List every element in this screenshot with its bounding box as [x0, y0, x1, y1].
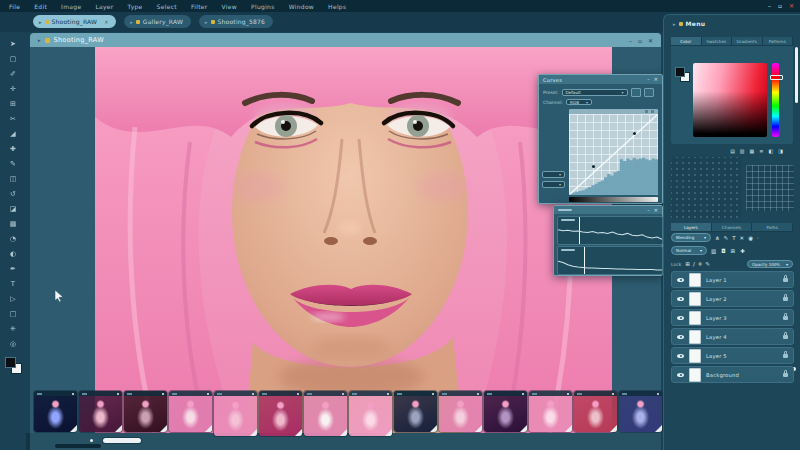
tab-shooting_5876[interactable]: ▸Shooting_5876 [199, 15, 273, 28]
close-icon[interactable]: ✕ [104, 19, 108, 25]
zoom-tool[interactable]: ◎ [0, 336, 26, 351]
history-brush-tool[interactable]: ↺ [0, 186, 26, 201]
visibility-eye-icon[interactable] [677, 335, 684, 339]
visibility-eye-icon[interactable] [677, 278, 684, 282]
lock-icon[interactable] [783, 335, 788, 339]
visibility-eye-icon[interactable] [677, 373, 684, 377]
tab-shooting_raw[interactable]: ▸Shooting_RAW✕ [33, 15, 116, 28]
color-swatches[interactable] [5, 357, 21, 373]
dodge-tool[interactable]: ◐ [0, 246, 26, 261]
preset-dropdown[interactable]: Default▾ [562, 89, 628, 96]
filmstrip-thumbnail[interactable] [169, 391, 212, 432]
filter-icon-5[interactable]: · [757, 235, 759, 241]
lock-icon[interactable] [783, 297, 788, 301]
filter-icon-1[interactable]: ✎ [724, 235, 729, 241]
menu-item-window[interactable]: Window [289, 3, 314, 10]
filmstrip-thumbnail[interactable] [259, 391, 302, 436]
menu-item-filter[interactable]: Filter [191, 3, 208, 10]
lock-icon-2[interactable]: ✛ [698, 261, 703, 267]
filmstrip-thumbnail[interactable] [574, 391, 617, 432]
foreground-color-swatch[interactable] [675, 67, 685, 77]
close-icon[interactable]: ✕ [654, 77, 658, 82]
marquee-tool[interactable]: ▢ [0, 51, 26, 66]
minimize-icon[interactable]: – [647, 208, 650, 213]
layer-kind-dropdown[interactable]: Blending▾ [671, 233, 711, 242]
type-tool[interactable]: T [0, 276, 26, 291]
filmstrip-thumbnail[interactable] [484, 391, 527, 432]
close-icon[interactable]: ✕ [648, 37, 653, 44]
menu-item-view[interactable]: View [222, 3, 237, 10]
color-tab-swatches[interactable]: Swatches [702, 37, 733, 45]
panel-tab-channels[interactable]: Channels [712, 223, 753, 231]
menu-item-layer[interactable]: Layer [95, 3, 113, 10]
filter-icon-3[interactable]: ✕ [740, 235, 745, 241]
blur-tool[interactable]: ◔ [0, 231, 26, 246]
lock-icon[interactable] [783, 278, 788, 282]
filter-icon-0[interactable]: ⋔ [715, 235, 720, 241]
filmstrip-thumbnail[interactable] [619, 391, 662, 432]
preset-save-button[interactable] [631, 88, 641, 97]
curves-graph[interactable] [569, 109, 658, 195]
filmstrip-thumbnail[interactable] [124, 391, 167, 432]
grid-panel-small[interactable] [746, 165, 794, 211]
hue-slider-handle[interactable] [770, 75, 783, 80]
eyedropper-tool[interactable]: ◢ [0, 126, 26, 141]
menu-item-image[interactable]: Image [61, 3, 81, 10]
maximize-icon[interactable]: ▫ [638, 37, 642, 44]
menu-item-type[interactable]: Type [128, 3, 143, 10]
panel-tab-paths[interactable]: Paths [752, 223, 793, 231]
filmstrip-thumbnail[interactable] [394, 391, 437, 432]
lasso-tool[interactable]: ✐ [0, 66, 26, 81]
wand-tool[interactable]: ✛ [0, 81, 26, 96]
hand-tool[interactable]: ✳ [0, 321, 26, 336]
color-tab-patterns[interactable]: Patterns [763, 37, 794, 45]
layer-row-layer-1[interactable]: Layer 1 [671, 271, 794, 288]
maximize-icon[interactable]: ▫ [778, 3, 782, 9]
foreground-color-swatch[interactable] [5, 357, 16, 368]
menu-item-helps[interactable]: Helps [328, 3, 346, 10]
properties-titlebar[interactable]: – ✕ [554, 206, 662, 214]
grid-panel-large[interactable] [671, 157, 741, 219]
curves-titlebar[interactable]: Curves – ✕ [539, 75, 662, 84]
layer-row-background[interactable]: Background [671, 366, 794, 383]
filmstrip-thumbnail[interactable] [304, 391, 347, 436]
eraser-tool[interactable]: ◪ [0, 201, 26, 216]
visibility-eye-icon[interactable] [677, 297, 684, 301]
curve-control-point[interactable] [592, 165, 595, 168]
blend-icon-3[interactable]: ✚ [740, 248, 745, 254]
blend-mode-dropdown[interactable]: Normal▾ [671, 246, 707, 255]
lock-icon[interactable] [783, 316, 788, 320]
healing-tool[interactable]: ✚ [0, 141, 26, 156]
brush-tool[interactable]: ✎ [0, 156, 26, 171]
panel-icon-5[interactable]: ◨ [778, 148, 783, 154]
color-tab-color[interactable]: Color [671, 37, 702, 45]
close-icon[interactable]: ✕ [789, 3, 794, 9]
opacity-dropdown[interactable]: Opacity 100%▾ [747, 260, 793, 268]
filmstrip-thumbnail[interactable] [529, 391, 572, 432]
panel-icon-3[interactable]: ≡ [759, 148, 763, 154]
color-tab-gradients[interactable]: Gradients [732, 37, 763, 45]
filmstrip-thumbnail[interactable] [79, 391, 122, 432]
visibility-eye-icon[interactable] [677, 354, 684, 358]
minimize-icon[interactable]: – [629, 37, 632, 44]
layer-row-layer-3[interactable]: Layer 3 [671, 309, 794, 326]
layer-row-layer-5[interactable]: Layer 5 [671, 347, 794, 364]
scrollbar-thumb[interactable] [103, 438, 141, 443]
lock-icon-0[interactable]: ⊞ [685, 261, 690, 267]
filmstrip-thumbnail[interactable] [34, 391, 77, 432]
filter-icon-2[interactable]: T [732, 235, 735, 241]
menu-item-plugins[interactable]: Plugins [251, 3, 275, 10]
blend-icon-2[interactable]: ⊞ [731, 248, 736, 254]
visibility-eye-icon[interactable] [677, 316, 684, 320]
panel-menu-label[interactable]: Menu [686, 20, 706, 27]
panel-icon-4[interactable]: ◧ [769, 148, 774, 154]
lock-icon[interactable] [783, 354, 788, 358]
lock-icon-3[interactable]: ✎ [705, 261, 710, 267]
gradient-tool[interactable]: ▩ [0, 216, 26, 231]
close-icon[interactable]: ✕ [654, 208, 658, 213]
lock-icon[interactable] [783, 373, 788, 377]
blend-icon-1[interactable]: ◘ [721, 248, 725, 254]
properties-dialog[interactable]: – ✕ [553, 205, 663, 276]
lock-icon-1[interactable]: ∕ [693, 261, 695, 267]
minimize-icon[interactable]: – [647, 77, 650, 82]
